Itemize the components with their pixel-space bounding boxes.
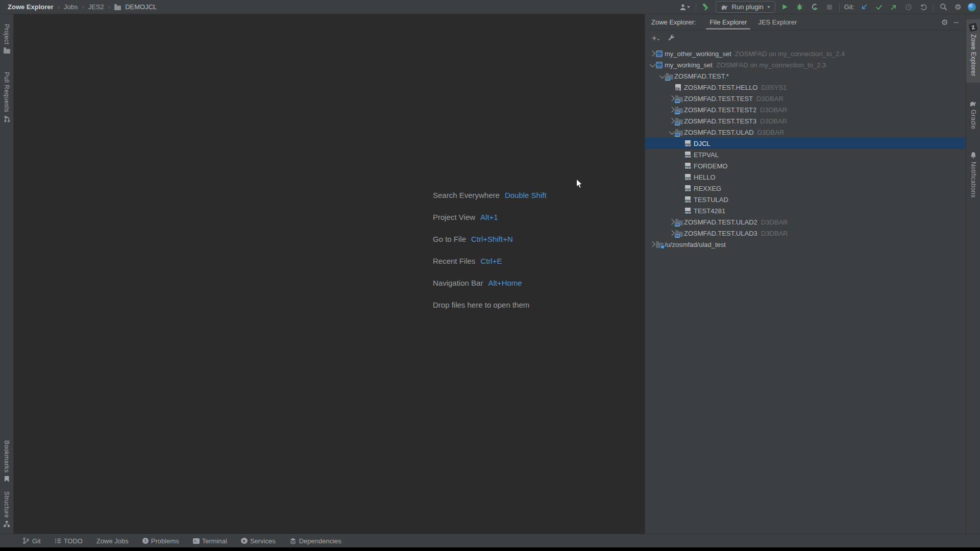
statusbar-item-label: Zowe Jobs: [96, 537, 129, 545]
chevron-right-icon[interactable]: [648, 52, 656, 56]
statusbar-item-terminal[interactable]: >_Terminal: [193, 537, 227, 545]
tree-node-test4281[interactable]: MEM TEST4281: [645, 205, 966, 216]
tree-node-etpval[interactable]: MEM ETPVAL: [645, 149, 966, 160]
shortcut-hint-key: Alt+Home: [488, 279, 522, 287]
tree-node-fordemo[interactable]: MEM FORDEMO: [645, 160, 966, 171]
git-commit-icon[interactable]: [874, 2, 884, 12]
panel-minimize-icon[interactable]: ─: [950, 17, 962, 28]
tree-node-zosmfad-test-test2[interactable]: DS ZOSMFAD.TEST.TEST2 D3DBAR: [645, 104, 966, 115]
tree-node-rexxeg[interactable]: MEM REXXEG: [645, 183, 966, 194]
ds-folder-icon: DS: [666, 73, 674, 80]
breadcrumb-item-demojcl[interactable]: DEMOJCL: [125, 3, 157, 11]
tree-node-zosmfad-test-hello[interactable]: DS ZOSMFAD.TEST.HELLO D3SYS1: [645, 82, 966, 93]
tree-node-label: ZOSMFAD.TEST.TEST3: [684, 117, 756, 125]
shortcut-hint-key: Alt+1: [480, 213, 498, 221]
shortcut-hint-row: Search Everywhere Double Shift: [433, 191, 547, 201]
statusbar-item-dependencies[interactable]: Dependencies: [289, 537, 341, 545]
statusbar-item-zowe-jobs[interactable]: Zowe Jobs: [96, 537, 129, 545]
tree-node-my-working-set[interactable]: my_working_set ZOSMFAD on my_connection_…: [645, 59, 966, 70]
chevron-right-icon[interactable]: [668, 108, 675, 112]
git-push-icon[interactable]: [889, 2, 899, 12]
ds-folder-icon: DS: [675, 118, 684, 124]
drop-files-hint: Drop files here to open them: [433, 300, 547, 309]
chevron-down-icon[interactable]: [668, 130, 675, 134]
shortcut-hint-row: Project View Alt+1: [433, 213, 547, 223]
tab-jes-explorer[interactable]: JES Explorer: [752, 14, 802, 30]
tree-node-zosmfad-test-ulad[interactable]: DS ZOSMFAD.TEST.ULAD D3DBAR: [645, 127, 966, 138]
user-avatar-sphere-icon[interactable]: [968, 3, 976, 11]
user-icon[interactable]: [678, 2, 691, 12]
chevron-right-icon[interactable]: [648, 242, 656, 246]
tree-node-zosmfad-test-test3[interactable]: DS ZOSMFAD.TEST.TEST3 D3DBAR: [645, 115, 966, 127]
shortcut-hint-row: Navigation Bar Alt+Home: [433, 279, 547, 289]
tree-node-label: ZOSMFAD.TEST.ULAD: [684, 129, 754, 136]
breadcrumb-separator-icon: ›: [58, 3, 60, 11]
settings-wrench-button[interactable]: [668, 34, 675, 43]
search-everywhere-icon[interactable]: [938, 2, 948, 12]
statusbar-item-todo[interactable]: TODO: [55, 537, 83, 545]
add-working-set-button[interactable]: +: [652, 34, 660, 42]
breadcrumb-item-jobs[interactable]: Jobs: [64, 3, 78, 11]
tree-node-annotation: D3DBAR: [757, 129, 785, 136]
toolwindow-button-structure[interactable]: Structure: [0, 487, 13, 532]
toolwindow-button-zowe-explorer[interactable]: Z Zowe Explorer: [966, 19, 980, 83]
tree-node-u-zosmfad-ulad-test[interactable]: /u/zosmfad/ulad_test: [645, 239, 966, 250]
tree-node-hello[interactable]: MEM HELLO: [645, 171, 966, 183]
toolwindow-button-notifications[interactable]: Notifications: [966, 147, 980, 203]
toolwindow-button-gradle[interactable]: Gradle: [966, 96, 980, 134]
left-tool-stripe: Project Pull Requests Bookmarks Structur…: [0, 14, 14, 534]
chevron-right-icon[interactable]: [668, 119, 675, 123]
statusbar-item-label: Git: [32, 537, 41, 545]
project-folder-icon: [4, 49, 10, 54]
tree-node-zosmfad-test-ulad2[interactable]: DS ZOSMFAD.TEST.ULAD2 D3DBAR: [645, 216, 966, 228]
gradle-elephant-icon: [721, 4, 728, 10]
undo-icon[interactable]: [918, 2, 928, 12]
toolwindow-button-pull-requests[interactable]: Pull Requests: [0, 67, 13, 127]
tree-node-label: ZOSMFAD.TEST.TEST2: [684, 106, 756, 114]
chevron-right-icon[interactable]: [668, 220, 675, 224]
git-update-icon[interactable]: [859, 2, 869, 12]
chevron-down-icon[interactable]: [648, 63, 656, 67]
statusbar-item-git[interactable]: Git: [22, 537, 41, 545]
tree-node-zosmfad-test-test[interactable]: DS ZOSMFAD.TEST.TEST D3DBAR: [645, 93, 966, 104]
run-play-icon[interactable]: [780, 2, 790, 12]
tree-node-annotation: D3DBAR: [761, 218, 788, 226]
toolwindow-button-project[interactable]: Project: [0, 19, 13, 58]
wrench-icon: [668, 34, 675, 41]
chevron-right-icon[interactable]: [668, 96, 675, 101]
main-toolbar: Zowe Explorer › Jobs › JES2 › DEMOJCL Ru…: [0, 0, 980, 14]
coverage-icon[interactable]: [810, 2, 820, 12]
zowe-logo-icon: Z: [968, 22, 977, 32]
stripe-label: Notifications: [970, 162, 977, 198]
statusbar-item-label: TODO: [64, 537, 83, 545]
tree-node-djcl[interactable]: MEM DJCL: [645, 138, 966, 149]
breadcrumb-item-root[interactable]: Zowe Explorer: [8, 3, 54, 11]
toolwindow-button-bookmarks[interactable]: Bookmarks: [0, 436, 13, 487]
statusbar-item-services[interactable]: ▶Services: [241, 537, 276, 545]
breadcrumb-separator-icon: ›: [82, 3, 84, 11]
tree-node-label: my_other_working_set: [665, 50, 731, 58]
chevron-right-icon[interactable]: [668, 231, 675, 235]
tree-node-zosmfad-test[interactable]: DS ZOSMFAD.TEST.*: [645, 70, 966, 82]
tree-node-annotation: ZOSMFAD on my_connection_to_2.4: [735, 50, 845, 58]
stripe-label: Gradle: [970, 110, 977, 129]
tree-node-label: ZOSMFAD.TEST.ULAD3: [684, 230, 757, 237]
build-hammer-icon[interactable]: [701, 2, 711, 12]
right-tool-stripe: Z Zowe Explorer Gradle Notifications: [966, 14, 980, 534]
ds-folder-icon: DS: [675, 107, 684, 113]
breadcrumb-item-jes2[interactable]: JES2: [88, 3, 104, 11]
debug-bug-icon[interactable]: [795, 2, 805, 12]
tree-node-my-other-working-set[interactable]: my_other_working_set ZOSMFAD on my_conne…: [645, 48, 966, 59]
panel-options-gear-icon[interactable]: ⚙: [939, 17, 950, 28]
tree-node-zosmfad-test-ulad3[interactable]: DS ZOSMFAD.TEST.ULAD3 D3DBAR: [645, 228, 966, 239]
chevron-down-icon[interactable]: [658, 74, 666, 78]
statusbar-item-problems[interactable]: !Problems: [142, 537, 179, 545]
tab-file-explorer[interactable]: File Explorer: [704, 14, 752, 30]
settings-gear-icon[interactable]: ⚙: [953, 2, 963, 12]
tree-node-annotation: D3SYS1: [761, 84, 787, 91]
run-configuration-label: Run plugin: [732, 3, 764, 11]
dataset-tree: my_other_working_set ZOSMFAD on my_conne…: [645, 46, 966, 534]
run-configuration-select[interactable]: Run plugin: [716, 1, 775, 13]
gradle-elephant-icon: [969, 101, 977, 107]
tree-node-testulad[interactable]: MEM TESTULAD: [645, 194, 966, 205]
